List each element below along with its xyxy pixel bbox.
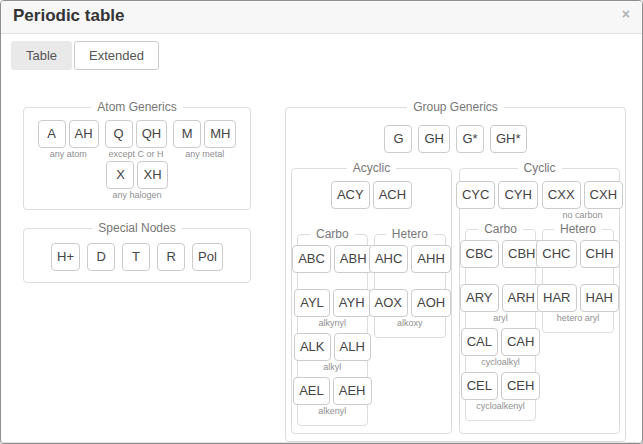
button-chc[interactable]: CHC <box>536 240 576 268</box>
button-ael[interactable]: AEL <box>293 377 330 405</box>
button-ach[interactable]: ACH <box>373 181 412 209</box>
dialog-content: Atom Generics A AH any atom Q QH <box>1 70 642 442</box>
button-group: HAR HAH hetero aryl <box>537 284 619 325</box>
button-t[interactable]: T <box>122 243 150 271</box>
cyclic-top-row: CYC CYH CXX CXH no carbon <box>465 181 614 222</box>
special-nodes-legend: Special Nodes <box>92 221 181 235</box>
group-caption: no carbon <box>562 210 602 222</box>
button-d[interactable]: D <box>87 243 115 271</box>
close-icon[interactable]: × <box>622 7 630 21</box>
button-group: CYC CYH <box>456 181 538 222</box>
button-group: CAL CAH cycloalkyl <box>461 328 541 369</box>
group-caption: cycloalkenyl <box>476 401 525 413</box>
button-ayh[interactable]: AYH <box>333 289 371 317</box>
cyclic-hetero-legend: Hetero <box>554 222 602 236</box>
button-ary[interactable]: ARY <box>460 284 499 312</box>
button-group: X XH any halogen <box>106 161 167 202</box>
atom-generics-legend: Atom Generics <box>91 100 182 114</box>
button-abh[interactable]: ABH <box>334 245 373 273</box>
button-q[interactable]: Q <box>105 120 133 148</box>
button-ahh[interactable]: AHH <box>411 245 450 273</box>
button-mh[interactable]: MH <box>204 120 236 148</box>
button-group: A AH any atom <box>38 120 99 161</box>
button-group: ARY ARH aryl <box>460 284 541 325</box>
atom-generics-fieldset: Atom Generics A AH any atom Q QH <box>23 100 251 210</box>
acyclic-carbo-fieldset: Carbo ABC ABH <box>297 227 368 426</box>
group-caption: any atom <box>50 149 87 161</box>
button-group: AOX AOH alkoxy <box>369 289 452 330</box>
group-caption: alkynyl <box>319 318 347 330</box>
button-group: Q QH except C or H <box>105 120 168 161</box>
button-hah[interactable]: HAH <box>580 284 619 312</box>
button-xh[interactable]: XH <box>137 161 167 189</box>
button-h-plus[interactable]: H+ <box>51 243 80 271</box>
button-ayl[interactable]: AYL <box>294 289 330 317</box>
button-x[interactable]: X <box>106 161 134 189</box>
cyclic-carbo-stack: CBC CBH ARY ARH <box>471 238 530 413</box>
button-acy[interactable]: ACY <box>331 181 370 209</box>
button-cxx[interactable]: CXX <box>542 181 581 209</box>
button-pol[interactable]: Pol <box>192 243 223 271</box>
button-group: CBC CBH <box>460 240 542 281</box>
periodic-table-dialog: Periodic table × Table Extended Atom Gen… <box>0 0 643 444</box>
button-gh[interactable]: GH <box>418 125 450 153</box>
button-har[interactable]: HAR <box>537 284 576 312</box>
button-group: ALK ALH alkyl <box>294 333 371 374</box>
button-r[interactable]: R <box>157 243 185 271</box>
acyclic-hetero-legend: Hetero <box>386 227 434 241</box>
dialog-header: Periodic table × <box>1 1 642 34</box>
button-qh[interactable]: QH <box>136 120 168 148</box>
button-group: ABC ABH <box>292 245 372 286</box>
button-alk[interactable]: ALK <box>294 333 331 361</box>
group-caption: alkyl <box>323 362 341 374</box>
button-cbc[interactable]: CBC <box>460 240 499 268</box>
button-g[interactable]: G <box>384 125 412 153</box>
button-cyc[interactable]: CYC <box>456 181 495 209</box>
group-caption: aryl <box>493 313 508 325</box>
button-cah[interactable]: CAH <box>501 328 540 356</box>
group-caption: alkenyl <box>318 406 346 418</box>
tab-table[interactable]: Table <box>11 41 72 70</box>
group-caption: hetero aryl <box>557 313 600 325</box>
button-ah[interactable]: AH <box>69 120 99 148</box>
cyclic-carbo-fieldset: Carbo CBC CBH <box>465 222 536 421</box>
button-cal[interactable]: CAL <box>461 328 498 356</box>
group-generics-legend: Group Generics <box>407 100 504 114</box>
group-generics-fieldset: Group Generics G GH G* GH* Acyclic ACY A… <box>285 100 626 442</box>
button-cel[interactable]: CEL <box>461 372 498 400</box>
acyclic-fieldset: Acyclic ACY ACH Carbo <box>291 161 452 434</box>
button-cxh[interactable]: CXH <box>584 181 623 209</box>
acyclic-hetero-stack: AHC AHH AOX AOH <box>380 243 440 330</box>
tab-extended[interactable]: Extended <box>74 41 159 70</box>
button-aeh[interactable]: AEH <box>333 377 372 405</box>
button-group: AYL AYH alkynyl <box>294 289 370 330</box>
button-a[interactable]: A <box>38 120 66 148</box>
button-ceh[interactable]: CEH <box>501 372 540 400</box>
cyclic-fieldset: Cyclic CYC CYH CXX CXH <box>459 161 620 434</box>
button-group: CHC CHH <box>536 240 619 281</box>
button-abc[interactable]: ABC <box>292 245 331 273</box>
button-cyh[interactable]: CYH <box>498 181 537 209</box>
button-aox[interactable]: AOX <box>369 289 408 317</box>
button-g-star[interactable]: G* <box>456 125 484 153</box>
button-aoh[interactable]: AOH <box>411 289 451 317</box>
group-caption: any halogen <box>112 190 161 202</box>
cyclic-hetero-fieldset: Hetero CHC CHH <box>542 222 614 333</box>
button-alh[interactable]: ALH <box>334 333 371 361</box>
acyclic-hetero-fieldset: Hetero AHC AHH <box>374 227 446 338</box>
dialog-title: Periodic table <box>13 6 124 25</box>
button-arh[interactable]: ARH <box>502 284 541 312</box>
button-group: CXX CXH no carbon <box>542 181 623 222</box>
button-m[interactable]: M <box>173 120 201 148</box>
cyclic-hetero-stack: CHC CHH HAR HAH <box>548 238 608 325</box>
cyclic-legend: Cyclic <box>518 161 562 175</box>
acyclic-carbo-legend: Carbo <box>310 227 355 241</box>
atom-generics-row-2: X XH any halogen <box>29 161 245 202</box>
button-chh[interactable]: CHH <box>580 240 620 268</box>
button-ahc[interactable]: AHC <box>369 245 408 273</box>
group-caption: any metal <box>185 149 224 161</box>
button-gh-star[interactable]: GH* <box>490 125 527 153</box>
acyclic-sub-wrap: Carbo ABC ABH <box>297 227 446 426</box>
atom-generics-row-1: A AH any atom Q QH except C or H <box>29 120 245 161</box>
tab-bar: Table Extended <box>1 34 642 70</box>
